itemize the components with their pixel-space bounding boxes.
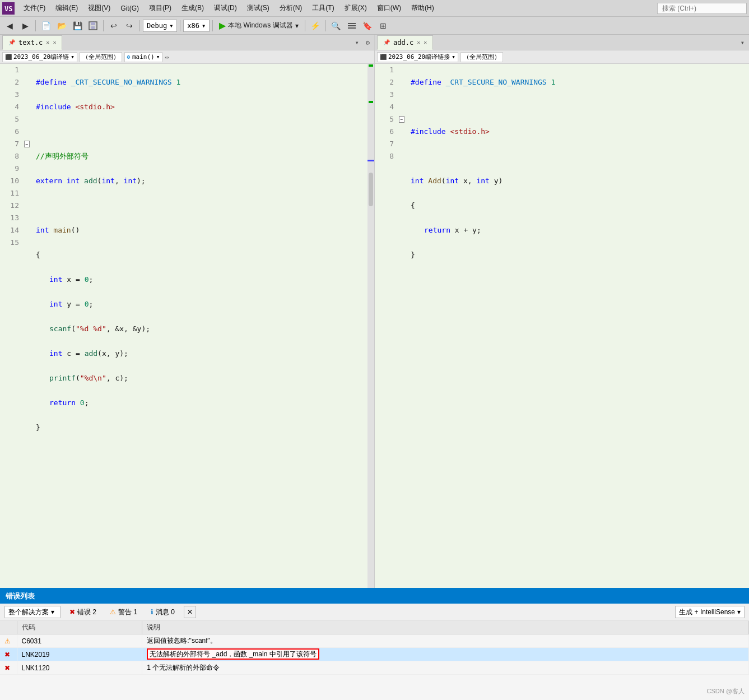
right-code-lines[interactable]: #define _CRT_SECURE_NO_WARNINGS 1 #inclu… [406, 64, 749, 588]
gen-arrow-icon: ▾ [737, 608, 741, 616]
right-tab-bar: 📌 add.c ✕ ✕ ▾ [375, 35, 749, 50]
row2-icon-cell: ✖ [0, 648, 17, 661]
table-row-selected[interactable]: ✖ LNK2019 无法解析的外部符号 _add，函数 _main 中引用了该符… [0, 648, 749, 661]
left-func-dropdown[interactable]: ⚙ main() ▾ [124, 52, 162, 62]
error-highlight: 无法解析的外部符号 _add，函数 _main 中引用了该符号 [147, 648, 319, 660]
message-count-badge[interactable]: ℹ 消息 0 [146, 606, 179, 618]
right-code-content[interactable]: 1 2 3 4 5 6 7 8 − [375, 64, 749, 588]
run-label: 本地 Windows 调试器 [228, 21, 292, 30]
left-tab-x-icon[interactable]: ✕ [53, 39, 56, 45]
menu-window[interactable]: 窗口(W) [373, 2, 406, 14]
save-all-button[interactable] [86, 18, 100, 33]
warning-icon: ⚠ [110, 608, 116, 616]
table-row[interactable]: ⚠ C6031 返回值被忽略:"scanf"。 [0, 634, 749, 648]
left-editor-nav: ⬛ 2023_06_20编译链 ▾ （全局范围） ⚙ main() ▾ ⇔ [0, 50, 374, 64]
settings-button[interactable] [345, 18, 359, 33]
right-editor-nav: ⬛ 2023_06_20编译链接 ▾ （全局范围） [375, 50, 749, 64]
toolbar: ◀ ▶ 📄 📂 💾 ↩ ↪ Debug ▾ x86 ▾ ▶ 本地 Windows… [0, 17, 749, 35]
right-tab-close-icon[interactable]: ✕ [417, 39, 420, 45]
menu-git[interactable]: Git(G) [116, 3, 143, 13]
open-file-button[interactable]: 📂 [54, 18, 69, 33]
toolbar-separator-2 [103, 20, 104, 31]
menu-file[interactable]: 文件(F) [19, 2, 50, 14]
error-panel-title: 错误列表 [0, 589, 749, 604]
right-tab-extras: ▾ [738, 39, 747, 47]
right-scope-dropdown[interactable]: （全局范围） [460, 52, 503, 62]
gen-label: 生成 + IntelliSense [679, 608, 735, 617]
left-scrollbar[interactable] [367, 64, 374, 588]
left-nav-left-icon[interactable]: ⇔ [165, 53, 169, 61]
left-compiler-label: 2023_06_20编译链 [13, 53, 69, 61]
search-input[interactable] [657, 3, 747, 14]
redo-button[interactable]: ↪ [122, 18, 137, 33]
find-button[interactable]: 🔍 [329, 18, 343, 33]
menu-help[interactable]: 帮助(H) [407, 2, 439, 14]
row2-desc-cell: 无法解析的外部符号 _add，函数 _main 中引用了该符号 [142, 648, 749, 661]
left-compiler-dropdown[interactable]: ⬛ 2023_06_20编译链 ▾ [2, 52, 77, 62]
back-button[interactable]: ◀ [2, 18, 17, 33]
menu-analyze[interactable]: 分析(N) [275, 2, 307, 14]
menu-view[interactable]: 视图(V) [83, 2, 115, 14]
svg-text:VS: VS [4, 5, 12, 13]
right-line-numbers: 1 2 3 4 5 6 7 8 [375, 64, 398, 588]
right-tab-down-icon[interactable]: ▾ [738, 39, 747, 47]
collapse-7-btn[interactable]: − [24, 141, 30, 147]
warning-count-badge[interactable]: ⚠ 警告 1 [105, 606, 142, 618]
right-compiler-dropdown[interactable]: ⬛ 2023_06_20编译链接 ▾ [377, 52, 458, 62]
left-tab-down-icon[interactable]: ▾ [353, 39, 361, 47]
toolbar-separator-6 [305, 20, 305, 31]
left-code-lines[interactable]: #define _CRT_SECURE_NO_WARNINGS 1 #inclu… [31, 64, 367, 588]
right-tab-x-icon[interactable]: ✕ [424, 39, 427, 45]
menu-extensions[interactable]: 扩展(X) [340, 2, 371, 14]
toolbar-separator-5 [212, 20, 213, 31]
col-code[interactable]: 代码 [17, 621, 142, 634]
left-func-label: main() [132, 53, 155, 61]
collapse-5-btn[interactable]: − [399, 116, 404, 123]
menu-bar: VS 文件(F) 编辑(E) 视图(V) Git(G) 项目(P) 生成(B) … [0, 0, 749, 17]
menu-tools[interactable]: 工具(T) [308, 2, 338, 14]
config-dropdown[interactable]: Debug ▾ [143, 20, 177, 32]
menu-test[interactable]: 测试(S) [243, 2, 274, 14]
left-tab-gear-icon[interactable]: ⚙ [364, 39, 372, 47]
error-count-badge[interactable]: ✖ 错误 2 [65, 606, 101, 618]
gen-dropdown[interactable]: 生成 + IntelliSense ▾ [675, 606, 745, 618]
left-func-arrow: ▾ [156, 53, 160, 61]
vs-logo-icon: VS [2, 2, 15, 15]
left-tab-bar: 📌 text.c ✕ ✕ ▾ ⚙ [0, 35, 374, 50]
left-tab-extras: ▾ ⚙ [353, 39, 372, 47]
col-desc[interactable]: 说明 [142, 621, 749, 634]
warning-count-label: 警告 1 [118, 608, 137, 617]
extra-button[interactable]: ⊞ [376, 18, 390, 33]
col-icon [0, 621, 17, 634]
clear-filter-button[interactable]: ✕ [184, 606, 196, 618]
run-button[interactable]: ▶ 本地 Windows 调试器 ▾ [216, 20, 301, 31]
save-button[interactable]: 💾 [70, 18, 85, 33]
error-table: 代码 说明 ⚠ C6031 返回值被忽略:"scanf"。 ✖ LNK2019 [0, 621, 749, 700]
filter-dropdown[interactable]: 整个解决方案 ▾ [4, 606, 61, 618]
scroll-marker-blue [367, 160, 374, 161]
menu-edit[interactable]: 编辑(E) [51, 2, 82, 14]
left-editor-panel: 📌 text.c ✕ ✕ ▾ ⚙ ⬛ 2023_06_20编译链 ▾ [0, 35, 375, 588]
stop-button[interactable]: ⚡ [308, 18, 323, 33]
table-row[interactable]: ✖ LNK1120 1 个无法解析的外部命令 [0, 661, 749, 675]
error-panel: 错误列表 整个解决方案 ▾ ✖ 错误 2 ⚠ 警告 1 ℹ 消息 0 ✕ 生成 … [0, 588, 749, 700]
left-tab-close-icon[interactable]: ✕ [46, 39, 49, 45]
filter-arrow-icon: ▾ [51, 608, 54, 616]
left-code-content[interactable]: 1 2 3 4 5 6 7 8 9 10 11 12 13 14 15 [0, 64, 374, 588]
menu-project[interactable]: 项目(P) [145, 2, 176, 14]
svg-rect-7 [348, 27, 356, 29]
platform-dropdown[interactable]: x86 ▾ [183, 20, 210, 32]
left-nav-arrows[interactable]: ⇔ [165, 53, 169, 61]
platform-label: x86 [187, 22, 199, 30]
row1-warning-icon: ⚠ [4, 637, 11, 645]
left-tab-textc[interactable]: 📌 text.c ✕ ✕ [2, 35, 62, 50]
undo-button[interactable]: ↩ [106, 18, 121, 33]
right-tab-addc[interactable]: 📌 add.c ✕ ✕ [377, 35, 433, 50]
new-file-button[interactable]: 📄 [39, 18, 53, 33]
bookmark-button[interactable]: 🔖 [360, 18, 375, 33]
menu-build[interactable]: 生成(B) [177, 2, 208, 14]
menu-debug[interactable]: 调试(D) [210, 2, 241, 14]
scrollbar-thumb[interactable] [369, 173, 373, 206]
forward-button[interactable]: ▶ [18, 18, 32, 33]
left-scope-dropdown[interactable]: （全局范围） [80, 52, 122, 62]
